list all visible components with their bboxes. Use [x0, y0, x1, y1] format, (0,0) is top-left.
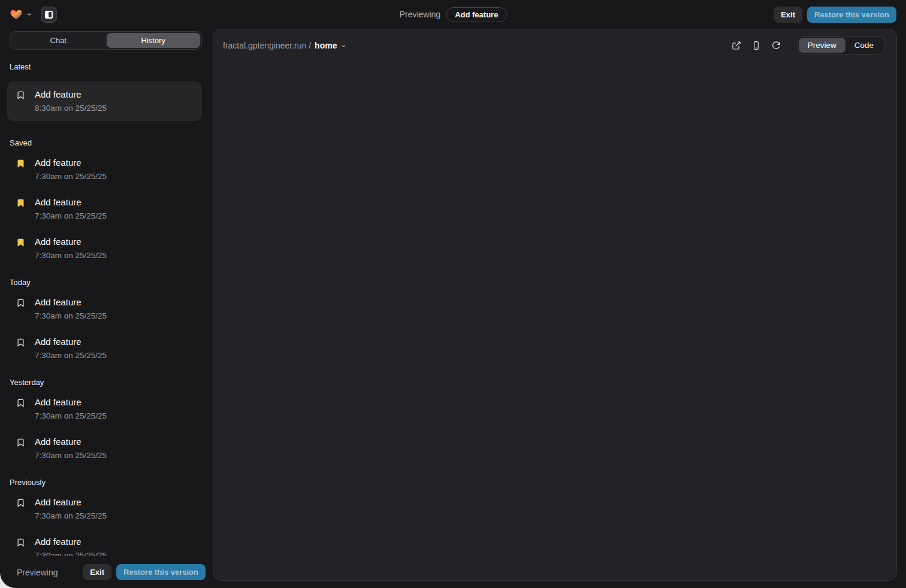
history-item-title: Add feature [35, 197, 107, 208]
history-item-title: Add feature [35, 537, 107, 547]
chevron-down-icon [26, 11, 33, 18]
history-item-title: Add feature [35, 297, 107, 308]
preview-content [213, 61, 896, 580]
history-item[interactable]: Add feature 7:30am on 25/25/25 [7, 337, 202, 360]
history-item[interactable]: Add feature 7:30am on 25/25/25 [7, 237, 202, 260]
section-today: Today Add feature 7:30am on 25/25/25 [7, 278, 202, 360]
history-item[interactable]: Add feature 7:30am on 25/25/25 [7, 197, 202, 221]
bookmark-outline-icon [16, 438, 26, 447]
bookmark-outline-icon [16, 538, 26, 547]
version-badge: Add feature [446, 7, 506, 22]
section-title: Saved [10, 138, 202, 147]
history-item-timestamp: 7:30am on 25/25/25 [35, 511, 107, 521]
refresh-button[interactable] [769, 38, 783, 53]
history-item-title: Add feature [35, 337, 107, 347]
section-title: Yesterday [10, 378, 202, 387]
preview-url-domain: fractal.gptengineer.run / [223, 41, 311, 50]
preview-url-selector[interactable]: fractal.gptengineer.run / home [223, 41, 347, 50]
tab-chat[interactable]: Chat [11, 33, 105, 48]
tab-history[interactable]: History [107, 33, 201, 48]
history-item[interactable]: Add feature 7:30am on 25/25/25 [7, 537, 202, 556]
panel-left-icon [44, 10, 53, 19]
mobile-device-icon [751, 41, 761, 50]
sidebar-footer: Previewing Exit Restore this version [0, 556, 213, 588]
history-item-timestamp: 7:30am on 25/25/25 [35, 411, 107, 421]
section-title: Previously [10, 478, 202, 487]
bookmark-filled-icon [16, 198, 26, 208]
section-latest: Latest Add feature 8:30am on 25/25/25 [7, 62, 202, 121]
footer-restore-version-button[interactable]: Restore this version [116, 564, 206, 580]
bookmark-filled-icon [16, 238, 26, 247]
history-item-timestamp: 7:30am on 25/25/25 [35, 251, 107, 260]
history-item-title: Add feature [35, 237, 107, 247]
history-item[interactable]: Add feature 7:30am on 25/25/25 [7, 157, 202, 181]
history-item[interactable]: Add feature 7:30am on 25/25/25 [7, 397, 202, 421]
preview-panel: fractal.gptengineer.run / home [213, 29, 897, 581]
mobile-view-button[interactable] [749, 38, 763, 53]
history-item-timestamp: 7:30am on 25/25/25 [35, 351, 107, 360]
section-previously: Previously Add feature 7:30am on 25/25/2… [7, 478, 202, 556]
open-in-new-tab-button[interactable] [729, 38, 744, 53]
toggle-preview[interactable]: Preview [799, 38, 845, 53]
bookmark-outline-icon [16, 298, 26, 308]
history-item-timestamp: 7:30am on 25/25/25 [35, 551, 107, 556]
history-item-title: Add feature [35, 89, 107, 100]
sidebar-tabs: Chat History [10, 31, 202, 50]
lovable-logo-icon [10, 8, 23, 21]
bookmark-outline-icon [16, 90, 26, 100]
preview-toolbar: fractal.gptengineer.run / home [213, 29, 896, 61]
history-item-timestamp: 7:30am on 25/25/25 [35, 172, 107, 181]
history-item-title: Add feature [35, 497, 107, 508]
external-link-icon [732, 41, 741, 50]
bookmark-filled-icon [16, 159, 26, 168]
view-mode-toggle: Preview Code [797, 36, 884, 54]
restore-version-button[interactable]: Restore this version [807, 7, 896, 23]
exit-button[interactable]: Exit [774, 7, 802, 23]
history-item-title: Add feature [35, 437, 107, 447]
section-saved: Saved Add feature 7:30am on 25/25/25 [7, 138, 202, 260]
section-yesterday: Yesterday Add feature 7:30am on 25/25/25 [7, 378, 202, 460]
toggle-code[interactable]: Code [845, 38, 883, 53]
footer-previewing-label: Previewing [17, 568, 58, 577]
preview-url-page: home [315, 41, 337, 50]
bookmark-outline-icon [16, 498, 26, 508]
section-title: Today [10, 278, 202, 287]
history-item-timestamp: 8:30am on 25/25/25 [35, 104, 107, 113]
refresh-icon [771, 41, 781, 50]
bookmark-outline-icon [16, 338, 26, 347]
history-item[interactable]: Add feature 7:30am on 25/25/25 [7, 297, 202, 321]
history-list: Latest Add feature 8:30am on 25/25/25 Sa… [0, 50, 213, 556]
history-item-timestamp: 7:30am on 25/25/25 [35, 451, 107, 460]
history-item-timestamp: 7:30am on 25/25/25 [35, 211, 107, 221]
history-item[interactable]: Add feature 8:30am on 25/25/25 [7, 81, 202, 121]
sidebar-toggle-button[interactable] [41, 7, 57, 23]
dark-overlay: Previewing Add feature Exit Restore this… [0, 0, 906, 588]
section-title: Latest [10, 62, 202, 71]
history-item[interactable]: Add feature 7:30am on 25/25/25 [7, 497, 202, 521]
bookmark-outline-icon [16, 398, 26, 408]
top-header: Previewing Add feature Exit Restore this… [0, 0, 906, 29]
history-item[interactable]: Add feature 7:30am on 25/25/25 [7, 437, 202, 460]
history-item-timestamp: 7:30am on 25/25/25 [35, 311, 107, 321]
history-item-title: Add feature [35, 397, 107, 408]
chevron-down-icon [340, 43, 347, 49]
history-sidebar: Chat History Latest Add feature 8:30am o… [0, 29, 213, 588]
previewing-label: Previewing [400, 10, 440, 19]
footer-exit-button[interactable]: Exit [83, 564, 111, 580]
project-menu-button[interactable] [10, 8, 33, 21]
history-item-title: Add feature [35, 157, 107, 168]
